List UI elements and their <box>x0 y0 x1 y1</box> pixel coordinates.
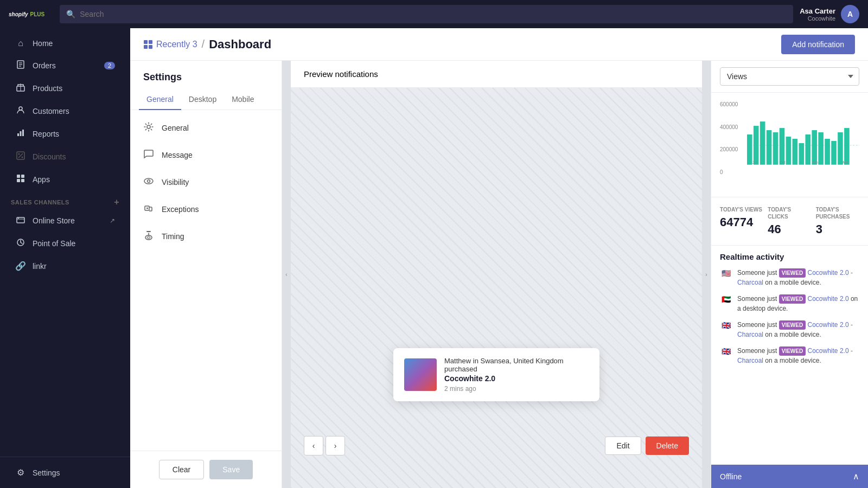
menu-item-message[interactable]: Message <box>130 142 282 169</box>
search-bar[interactable]: 🔍 <box>60 5 793 23</box>
svg-rect-44 <box>812 130 817 165</box>
menu-item-visibility[interactable]: Visibility <box>130 169 282 196</box>
svg-point-29 <box>146 208 148 209</box>
topnav: shopifyPLUS 🔍 Asa Carter Cocowhite A <box>0 0 868 28</box>
sidebar-item-label: Settings <box>33 468 60 477</box>
avatar[interactable]: A <box>841 5 859 23</box>
menu-item-exceptions[interactable]: Exceptions <box>130 196 282 223</box>
svg-rect-7 <box>17 133 19 136</box>
save-button[interactable]: Save <box>209 460 253 479</box>
svg-rect-40 <box>786 137 792 165</box>
orders-icon <box>15 60 26 71</box>
sidebar-item-settings[interactable]: ⚙ Settings <box>4 462 126 483</box>
sales-channels-label: SALES CHANNELS + <box>0 191 130 209</box>
add-channel-icon[interactable]: + <box>114 197 119 207</box>
timing-icon <box>143 230 154 242</box>
sidebar-item-home[interactable]: ⌂ Home <box>4 33 126 54</box>
logo: shopifyPLUS <box>9 11 44 17</box>
stat-views: TODAY'S VIEWS 64774 <box>720 206 763 236</box>
message-icon <box>143 149 154 161</box>
settings-menu: General Message Visibility <box>130 110 282 451</box>
realtime-item: 🇬🇧 Someone just VIEWED Cocowhite 2.0 - C… <box>720 346 859 365</box>
svg-rect-17 <box>21 179 24 182</box>
clear-button[interactable]: Clear <box>159 460 204 479</box>
svg-point-27 <box>148 180 150 183</box>
exceptions-icon <box>143 203 154 215</box>
prev-button[interactable]: ‹ <box>304 436 323 455</box>
settings-footer: Clear Save <box>130 451 282 488</box>
recently-section[interactable]: Recently 3 <box>143 40 197 49</box>
preview-area: Preview notifications Matthew in Swansea… <box>291 61 702 488</box>
menu-item-general[interactable]: General <box>130 114 282 142</box>
svg-rect-15 <box>21 175 24 178</box>
sidebar-item-orders[interactable]: Orders 2 <box>4 55 126 76</box>
sidebar-item-label: Point of Sale <box>33 239 75 248</box>
point-of-sale-icon <box>15 238 26 249</box>
flag-gb-2: 🇬🇧 <box>720 347 732 356</box>
tab-desktop[interactable]: Desktop <box>181 89 224 110</box>
svg-rect-42 <box>799 143 805 165</box>
realtime-item: 🇺🇸 Someone just VIEWED Cocowhite 2.0 - C… <box>720 268 859 287</box>
realtime-item: 🇬🇧 Someone just VIEWED Cocowhite 2.0 - C… <box>720 320 859 339</box>
preview-background: Matthew in Swansea, United Kingdom purch… <box>291 88 702 488</box>
offline-label: Offline <box>720 472 742 481</box>
tab-mobile[interactable]: Mobile <box>224 89 261 110</box>
svg-text:Apr: Apr <box>842 160 848 165</box>
products-icon <box>15 83 26 94</box>
notification-purchaser: Matthew in Swansea, United Kingdom purch… <box>444 357 589 373</box>
nav-arrows: ‹ › <box>304 436 345 455</box>
grid-icon <box>143 40 153 49</box>
delete-button[interactable]: Delete <box>646 436 689 455</box>
svg-text:Jan: Jan <box>812 160 818 165</box>
sidebar-item-apps[interactable]: Apps <box>4 169 126 190</box>
right-collapse-handle[interactable]: › <box>702 61 711 488</box>
page-title: Dashboard <box>209 37 271 52</box>
notification-image <box>404 358 437 391</box>
notification-card: Matthew in Swansea, United Kingdom purch… <box>393 348 599 401</box>
sidebar-item-online-store[interactable]: Online Store ↗ <box>4 210 126 232</box>
stats-row: TODAY'S VIEWS 64774 TODAY'S CLICKS 46 TO… <box>711 197 868 246</box>
chart-svg: Jul Oct Jan Apr <box>720 101 859 172</box>
edit-button[interactable]: Edit <box>605 436 641 455</box>
svg-rect-16 <box>17 179 20 182</box>
sidebar-item-linkr[interactable]: 🔗 linkr <box>4 255 126 277</box>
views-select[interactable]: Views Clicks Purchases <box>720 67 859 86</box>
sidebar-item-point-of-sale[interactable]: Point of Sale <box>4 233 126 254</box>
next-button[interactable]: › <box>326 436 345 455</box>
sidebar-item-label: Reports <box>33 130 59 138</box>
menu-label: General <box>162 124 189 132</box>
search-input[interactable] <box>80 10 787 18</box>
left-collapse-handle[interactable]: ‹ <box>282 61 291 488</box>
menu-item-timing[interactable]: Timing <box>130 223 282 250</box>
svg-rect-22 <box>149 40 152 44</box>
svg-rect-38 <box>773 132 778 165</box>
main-content: Recently 3 / Dashboard Add notification … <box>130 28 868 488</box>
notification-content: Matthew in Swansea, United Kingdom purch… <box>444 357 589 393</box>
right-panel: Views Clicks Purchases 600000 400000 200… <box>711 61 868 488</box>
menu-label: Visibility <box>162 178 189 187</box>
notification-product: Cocowhite 2.0 <box>444 374 589 383</box>
flag-us: 🇺🇸 <box>720 269 732 278</box>
offline-bar[interactable]: Offline ∧ <box>711 465 868 488</box>
sidebar-item-reports[interactable]: Reports <box>4 123 126 145</box>
breadcrumb: Recently 3 / Dashboard <box>143 37 271 52</box>
tab-general[interactable]: General <box>139 89 181 110</box>
sidebar-item-discounts[interactable]: Discounts <box>4 146 126 168</box>
sidebar-item-customers[interactable]: Customers <box>4 100 126 122</box>
stat-clicks-value: 46 <box>768 222 811 236</box>
add-notification-button[interactable]: Add notification <box>781 35 855 54</box>
stat-purchases: TODAY'S PURCHASES 3 <box>816 206 859 236</box>
discounts-icon <box>15 151 26 162</box>
svg-rect-21 <box>144 40 148 44</box>
realtime-text: Someone just VIEWED Cocowhite 2.0 on a d… <box>737 294 859 313</box>
sidebar-item-products[interactable]: Products <box>4 78 126 99</box>
offline-chevron-icon: ∧ <box>853 471 859 481</box>
apps-icon <box>15 174 26 185</box>
realtime-text: Someone just VIEWED Cocowhite 2.0 - Char… <box>737 346 859 365</box>
sidebar-item-label: Orders <box>33 61 56 70</box>
svg-point-12 <box>18 153 20 155</box>
sidebar-item-label: Apps <box>33 175 50 184</box>
views-selector: Views Clicks Purchases <box>711 61 868 93</box>
orders-badge: 2 <box>104 62 115 69</box>
svg-rect-43 <box>805 134 810 165</box>
